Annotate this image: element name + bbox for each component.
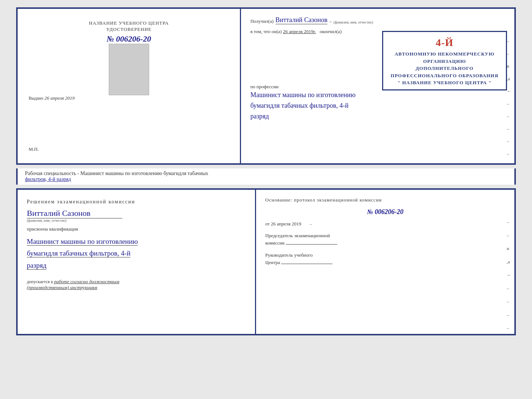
- top-left-panel: НАЗВАНИЕ УЧЕБНОГО ЦЕНТРА УДОСТОВЕРЕНИЕ №…: [18, 9, 241, 163]
- stamp-line2: АВТОНОМНУЮ НЕКОММЕРЧЕСКУЮ ОРГАНИЗАЦИЮ: [395, 51, 495, 64]
- issued-label: Выдано 26 апреля 2019: [29, 96, 75, 101]
- chairman-label2: комиссии: [265, 240, 285, 246]
- photo-placeholder: [109, 44, 149, 95]
- cert-number-block: УДОСТОВЕРЕНИЕ № 006206-20: [106, 26, 152, 44]
- assigned-label: присвоена квалификация: [27, 226, 246, 232]
- chairman-label: Председатель экзаменационной: [265, 233, 330, 238]
- completed-date: 26 апреля 2019г.: [283, 29, 316, 34]
- director-label2: Центра: [265, 260, 280, 265]
- speciality-banner: Рабочая специальность - Машинист машины …: [16, 168, 516, 185]
- cert-number: № 006206-20: [107, 34, 151, 43]
- director-signature-line: [281, 264, 332, 264]
- speciality-underline: фильтров, 4-й разряд: [25, 177, 71, 182]
- bottom-left-panel: Решением экзаменационной комиссии Виттал…: [18, 190, 256, 334]
- chairman-signature-line: [286, 244, 337, 245]
- bottom-name-block: Витталий Сазонов (фамилия, имя, отчество…: [27, 209, 246, 222]
- bottom-person-name: Витталий Сазонов: [27, 209, 122, 218]
- speciality-prefix: Рабочая специальность - Машинист машины …: [25, 171, 208, 176]
- mp-block: М.П.: [25, 146, 39, 152]
- stamp-line4: " НАЗВАНИЕ УЧЕБНОГО ЦЕНТРА ": [398, 80, 491, 85]
- admitted-prefix: допускается к: [27, 279, 53, 284]
- top-right-panel: Получил(а) Витталий Сазонов – (фамилия, …: [241, 9, 514, 163]
- name-note: (фамилия, имя, отчество): [334, 20, 373, 24]
- admitted-block: допускается к работе согласно должностны…: [27, 279, 246, 291]
- profession-prefix: по профессии: [250, 84, 278, 89]
- stamp-number: 4-й: [388, 35, 502, 50]
- right-dashes-top: – – и ,а ← – – – – –: [507, 38, 511, 157]
- stamp-line3: ДОПОЛНИТЕЛЬНОГО ПРОФЕССИОНАЛЬНОГО ОБРАЗО…: [391, 65, 498, 78]
- komissia-title: Решением экзаменационной комиссии: [27, 199, 246, 205]
- profession-text: Машинист машины по изготовлению бумагидл…: [250, 90, 505, 121]
- director-label: Руководитель учебного: [265, 252, 313, 258]
- director-block: Руководитель учебного Центра: [265, 252, 505, 266]
- protocol-number: № 006206-20: [265, 208, 505, 216]
- right-dashes-bottom: – – и ,а ← – – – –: [507, 219, 511, 331]
- osnov-label: Основание: протокол экзаменационной коми…: [265, 197, 505, 203]
- bottom-name-note: (фамилия, имя, отчество): [27, 218, 246, 222]
- center-title: НАЗВАНИЕ УЧЕБНОГО ЦЕНТРА: [89, 20, 169, 26]
- issued-block: Выдано 26 апреля 2019: [25, 95, 233, 101]
- bottom-document: Решением экзаменационной комиссии Виттал…: [16, 188, 516, 335]
- from-date-block: от 26 апреля 2019 –: [265, 221, 505, 227]
- recipient-name: Витталий Сазонов: [276, 16, 328, 24]
- cert-label: УДОСТОВЕРЕНИЕ: [106, 26, 152, 32]
- bottom-profession-text: Машинист машины по изготовлению бумагидл…: [27, 238, 138, 270]
- received-prefix: Получил(а): [250, 18, 273, 24]
- top-document: НАЗВАНИЕ УЧЕБНОГО ЦЕНТРА УДОСТОВЕРЕНИЕ №…: [16, 7, 516, 165]
- bottom-right-panel: Основание: протокол экзаменационной коми…: [256, 190, 514, 334]
- received-line: Получил(а) Витталий Сазонов – (фамилия, …: [250, 16, 505, 24]
- stamp-box: 4-й АВТОНОМНУЮ НЕКОММЕРЧЕСКУЮ ОРГАНИЗАЦИ…: [382, 31, 507, 90]
- bottom-profession-block: Машинист машины по изготовлению бумагидл…: [27, 236, 246, 271]
- from-date-value: 26 апреля 2019: [271, 221, 301, 227]
- chairman-block: Председатель экзаменационной комиссии: [265, 232, 505, 246]
